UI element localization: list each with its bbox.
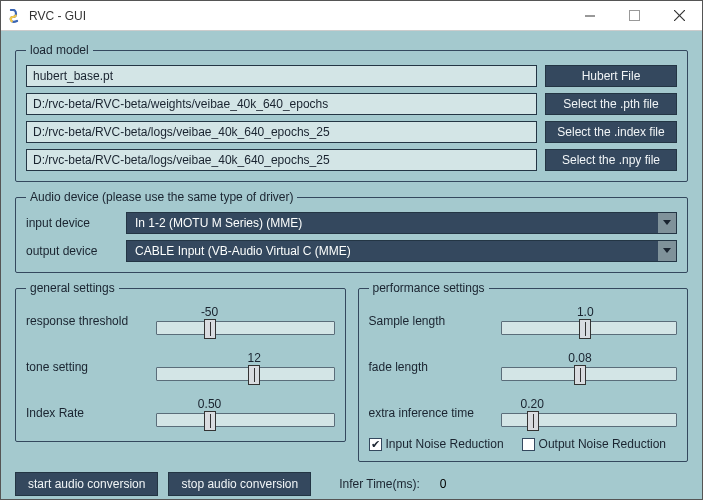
perf-slider-row-0: Sample length1.0	[369, 303, 678, 339]
model-browse-button-0[interactable]: Hubert File	[545, 65, 677, 87]
general-slider-0[interactable]: -50	[156, 307, 335, 335]
slider-thumb[interactable]	[248, 365, 260, 385]
window-title: RVC - GUI	[29, 9, 567, 23]
checkbox-icon	[522, 438, 535, 451]
slider-thumb[interactable]	[527, 411, 539, 431]
output-device-label: output device	[26, 244, 118, 258]
slider-track	[156, 413, 335, 427]
slider-track	[501, 413, 678, 427]
window-controls	[567, 1, 702, 30]
perf-slider-value-1: 0.08	[568, 351, 591, 365]
perf-slider-label-2: extra inference time	[369, 406, 491, 420]
audio-device-group: Audio device (please use the same type o…	[15, 190, 688, 273]
model-path-input-2[interactable]	[26, 121, 537, 143]
general-slider-value-0: -50	[201, 305, 218, 319]
general-slider-label-0: response threshold	[26, 314, 146, 328]
model-path-input-1[interactable]	[26, 93, 537, 115]
slider-track	[501, 321, 678, 335]
general-slider-value-1: 12	[247, 351, 260, 365]
general-settings-legend: general settings	[26, 281, 119, 295]
slider-thumb[interactable]	[204, 411, 216, 431]
start-conversion-button[interactable]: start audio conversion	[15, 472, 158, 496]
settings-columns: general settings response threshold-50to…	[15, 281, 688, 462]
perf-slider-value-2: 0.20	[521, 397, 544, 411]
input-device-label: input device	[26, 216, 118, 230]
noise-reduction-check-0[interactable]: ✔Input Noise Reduction	[369, 437, 504, 451]
bottom-bar: start audio conversion stop audio conver…	[15, 472, 688, 496]
check-label: Input Noise Reduction	[386, 437, 504, 451]
model-browse-button-3[interactable]: Select the .npy file	[545, 149, 677, 171]
titlebar: RVC - GUI	[1, 1, 702, 31]
performance-settings-legend: performance settings	[369, 281, 489, 295]
svg-marker-5	[663, 248, 671, 253]
load-model-legend: load model	[26, 43, 93, 57]
model-browse-button-2[interactable]: Select the .index file	[545, 121, 677, 143]
model-path-input-3[interactable]	[26, 149, 537, 171]
performance-settings-group: performance settings Sample length1.0fad…	[358, 281, 689, 462]
client-area: load model Hubert FileSelect the .pth fi…	[1, 31, 702, 499]
model-browse-button-1[interactable]: Select the .pth file	[545, 93, 677, 115]
check-label: Output Noise Reduction	[539, 437, 666, 451]
perf-slider-0[interactable]: 1.0	[501, 307, 678, 335]
general-slider-row-2: Index Rate0.50	[26, 395, 335, 431]
perf-slider-value-0: 1.0	[577, 305, 594, 319]
perf-slider-label-1: fade length	[369, 360, 491, 374]
infer-time-label: Infer Time(ms):	[339, 477, 420, 491]
slider-track	[156, 321, 335, 335]
svg-rect-1	[630, 11, 640, 21]
app-window: RVC - GUI load model Hubert FileSelect t…	[0, 0, 703, 500]
perf-slider-label-0: Sample length	[369, 314, 491, 328]
model-path-input-0[interactable]	[26, 65, 537, 87]
input-device-select[interactable]: In 1-2 (MOTU M Series) (MME)	[126, 212, 677, 234]
general-slider-row-0: response threshold-50	[26, 303, 335, 339]
input-device-value: In 1-2 (MOTU M Series) (MME)	[127, 213, 658, 233]
dropdown-arrow-icon	[658, 213, 676, 233]
close-button[interactable]	[657, 1, 702, 30]
svg-marker-4	[663, 220, 671, 225]
checkbox-icon: ✔	[369, 438, 382, 451]
slider-thumb[interactable]	[574, 365, 586, 385]
noise-reduction-checks: ✔Input Noise ReductionOutput Noise Reduc…	[369, 437, 678, 451]
general-settings-group: general settings response threshold-50to…	[15, 281, 346, 442]
load-model-group: load model Hubert FileSelect the .pth fi…	[15, 43, 688, 182]
general-slider-label-2: Index Rate	[26, 406, 146, 420]
general-slider-label-1: tone setting	[26, 360, 146, 374]
perf-slider-2[interactable]: 0.20	[501, 399, 678, 427]
noise-reduction-check-1[interactable]: Output Noise Reduction	[522, 437, 666, 451]
slider-track	[501, 367, 678, 381]
dropdown-arrow-icon	[658, 241, 676, 261]
perf-slider-1[interactable]: 0.08	[501, 353, 678, 381]
maximize-button[interactable]	[612, 1, 657, 30]
slider-thumb[interactable]	[579, 319, 591, 339]
output-device-select[interactable]: CABLE Input (VB-Audio Virtual C (MME)	[126, 240, 677, 262]
general-slider-2[interactable]: 0.50	[156, 399, 335, 427]
general-slider-value-2: 0.50	[198, 397, 221, 411]
infer-time-value: 0	[440, 477, 447, 491]
audio-device-legend: Audio device (please use the same type o…	[26, 190, 297, 204]
slider-track	[156, 367, 335, 381]
output-device-value: CABLE Input (VB-Audio Virtual C (MME)	[127, 241, 658, 261]
general-slider-1[interactable]: 12	[156, 353, 335, 381]
stop-conversion-button[interactable]: stop audio conversion	[168, 472, 311, 496]
perf-slider-row-2: extra inference time0.20	[369, 395, 678, 431]
slider-thumb[interactable]	[204, 319, 216, 339]
minimize-button[interactable]	[567, 1, 612, 30]
general-slider-row-1: tone setting12	[26, 349, 335, 385]
app-icon	[7, 8, 23, 24]
perf-slider-row-1: fade length0.08	[369, 349, 678, 385]
